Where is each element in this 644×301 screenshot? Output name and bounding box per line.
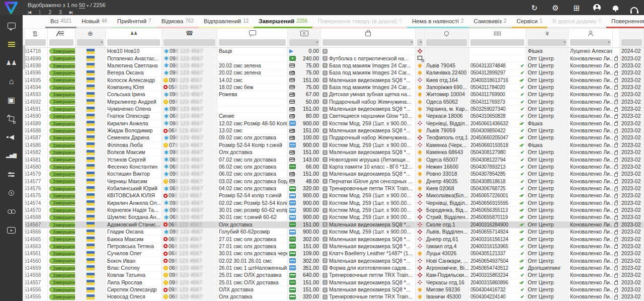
sidebar-item-products[interactable]: ▣ <box>6 95 18 105</box>
filter-input-name[interactable] <box>107 39 160 46</box>
table-row[interactable]: 514716ЗавершенийНов10 Нов10∗098 123 4567… <box>23 48 644 55</box>
column-header-manager[interactable] <box>569 29 613 38</box>
table-row[interactable]: 514589ЗавершенийКирилич Анжела∗098 123 4… <box>23 120 644 127</box>
filter-input-location[interactable] <box>426 39 467 46</box>
page-button-3[interactable]: 3 <box>59 10 62 15</box>
sidebar-item-stats[interactable]: ▂▅▇ <box>6 150 18 161</box>
per-page-dropdown[interactable]: 50 <box>79 2 85 9</box>
tab-всі[interactable]: Всі4521 <box>45 15 76 28</box>
filter-input-ttn[interactable] <box>470 39 524 46</box>
filter-input-locicon[interactable]: ▾ <box>417 39 423 46</box>
filter-input-id[interactable] <box>24 39 46 46</box>
tab-відправлений[interactable]: Відправлений12 <box>199 15 254 28</box>
column-header-locicon[interactable] <box>416 29 425 38</box>
table-row[interactable]: 514575ЗавершенийКВІТОВСЬКА ЮЛІЯ098 123 4… <box>23 192 644 199</box>
table-row[interactable]: 514559ЗавершенийВлас Слотюу068 123 45672… <box>23 265 644 272</box>
notifications-icon[interactable] <box>613 6 618 10</box>
table-row[interactable]: 514594ЗавершенийКомпанец Юля058 123 4567… <box>23 84 644 91</box>
settings-icon[interactable]: ⚙ <box>551 3 560 12</box>
table-row[interactable]: 514558ЗавершенийКовлак Татьяна098 123 45… <box>23 272 644 279</box>
table-row[interactable]: 514574ЗавершенийКирилич Анжела Ол...∗098… <box>23 200 644 207</box>
table-row[interactable]: 514566ЗавершенийГладик Оксана∗098 123 45… <box>23 229 644 236</box>
filter-input-comment[interactable] <box>219 39 286 46</box>
column-header-comment[interactable] <box>217 29 288 38</box>
sidebar-item-info[interactable]: i <box>6 188 18 198</box>
table-row[interactable]: 514580ЗавершенийФесенко Константин∗068 1… <box>23 164 644 171</box>
table-row[interactable]: 514570ЗавершенийКорнелюк Надія Та...∗098… <box>23 207 644 214</box>
vertical-scrollbar[interactable] <box>23 29 25 301</box>
sidebar-item-partners[interactable] <box>6 206 18 217</box>
tab-завершений[interactable]: Завершений2256 <box>254 15 312 28</box>
column-header-flag[interactable]: ⊕ <box>75 29 106 38</box>
filter-input-price[interactable]: ▾ <box>289 39 319 46</box>
column-header-source[interactable]: ⋔ <box>526 29 569 38</box>
tab-прийнятий[interactable]: Прийнятий7 <box>112 15 156 28</box>
table-row[interactable]: 514560ЗавершенийБокоч Иван098 123 456702… <box>23 257 644 264</box>
tab-в-дорозі-додому[interactable]: В дорозі додому0 <box>547 15 606 28</box>
tab-самовивіз[interactable]: Самовивіз2 <box>468 15 511 28</box>
tab-нема-в-наявності[interactable]: Нема в наявності2 <box>407 15 468 28</box>
filter-input-phone[interactable] <box>164 39 215 46</box>
column-header-status[interactable] <box>48 29 75 38</box>
table-row[interactable]: 514598ЗавершенийМалютина Светлана∗098 12… <box>23 62 644 69</box>
table-row[interactable]: 514593ЗавершенийСольська Ірина∗098 123 4… <box>23 91 644 98</box>
column-header-id[interactable]: ID <box>23 29 48 38</box>
column-header-date[interactable] <box>620 29 644 38</box>
table-row[interactable]: 514577ЗавершенийЧерниш Максим098 123 456… <box>23 178 644 185</box>
table-row[interactable]: 514590ЗавершенийГнатюк Олексндр∗068 123 … <box>23 113 644 120</box>
tab-новый[interactable]: Новый46 <box>76 15 112 28</box>
column-header-location[interactable] <box>425 29 469 38</box>
add-window-icon[interactable]: ⊞ <box>572 3 581 12</box>
column-header-lock[interactable] <box>613 29 620 38</box>
table-row[interactable]: 514588ЗавершенийЖидак Володимир068 123 4… <box>23 127 644 134</box>
first-page-button[interactable]: |◀ <box>28 10 31 15</box>
table-row[interactable]: 514557ЗавершенийЛила Ярослав098 123 4567… <box>23 279 644 286</box>
table-row[interactable]: 514556ЗавершенийСиротюк Олександр098 123… <box>23 286 644 293</box>
table-row[interactable]: 514561ЗавершенийСучилов Олег068 123 4567… <box>23 250 644 257</box>
refresh-icon[interactable]: ↻ <box>530 3 539 12</box>
support-icon[interactable] <box>630 7 638 12</box>
table-row[interactable]: 514581ЗавершенийУстинов Сергей∗068 123 4… <box>23 156 644 163</box>
table-row[interactable]: 514567ЗавершенийАдамовский Станис...068 … <box>23 221 644 229</box>
table-row[interactable]: 514555ЗавершенийНовосад Олеся068 123 456… <box>23 293 644 300</box>
table-row[interactable]: 514595ЗавершенийКолосок Александр098 123… <box>23 77 644 84</box>
column-header-ttn[interactable] <box>469 29 526 38</box>
table-row[interactable]: 514563ЗавершенийПетровська Тетяна068 123… <box>23 243 644 250</box>
sidebar-item-shipping[interactable] <box>6 113 18 124</box>
app-logo[interactable] <box>3 1 19 15</box>
filter-input-manager[interactable]: ▾ <box>570 39 611 46</box>
table-row[interactable]: 514568ЗавершенийШумляс Богдана Ан...∗068… <box>23 214 644 221</box>
table-row[interactable]: 514592ЗавершенийМерклингер Андрей098 123… <box>23 99 644 106</box>
column-header-phone[interactable]: ☎ <box>162 29 217 38</box>
last-page-button[interactable]: ▶| <box>69 10 72 15</box>
page-button-2[interactable]: 2 <box>49 10 52 15</box>
filter-input-product[interactable]: ▾ <box>323 39 414 46</box>
table-row[interactable]: 514582ЗавершенийВолков Максим∗098 123 45… <box>23 149 644 156</box>
sidebar-item-warehouse[interactable]: ⌂ <box>6 76 18 87</box>
table-row[interactable]: 514579ЗавершенийКостишин Виктор∗098 123 … <box>23 171 644 178</box>
sidebar-item-dashboard[interactable] <box>6 20 18 31</box>
sidebar-item-marketing[interactable] <box>6 132 18 142</box>
column-header-product[interactable] <box>321 29 416 38</box>
table-row[interactable]: 514586ЗавершенийФіліпова Люба078 123 456… <box>23 142 644 149</box>
tab-повернення-завершений-[interactable]: Повернення (завершений)125 <box>606 15 644 28</box>
column-header-name[interactable]: ♟♟ <box>106 29 162 38</box>
tab-сервіси[interactable]: Сервіси1 <box>512 15 548 28</box>
filter-input-flag[interactable]: ▾ <box>77 39 104 46</box>
sidebar-item-tools[interactable] <box>6 169 18 180</box>
table-row[interactable]: 514565ЗавершенийБаюка Максим068 123 4567… <box>23 236 644 243</box>
scrollbar-thumb[interactable] <box>23 45 25 69</box>
table-row[interactable]: 514596ЗавершенийВегера Оксана∗098 123 45… <box>23 69 644 77</box>
table-row[interactable]: 514591ЗавершенийЧумаченко Олена∗098 123 … <box>23 106 644 113</box>
profile-icon[interactable] <box>593 4 601 12</box>
table-row[interactable]: 514576ЗавершенийКобилинський Юрий∗068 12… <box>23 185 644 192</box>
page-button-1[interactable]: 1 <box>38 10 41 15</box>
sidebar-item-orders[interactable] <box>6 39 18 49</box>
table-row[interactable]: 514599ЗавершенийПотапенко Анастас...∗098… <box>23 55 644 62</box>
tab-відмова[interactable]: Відмова763 <box>156 15 199 28</box>
filter-input-status[interactable] <box>49 39 73 46</box>
table-row[interactable]: 514587ЗавершенийСеменюк Дарина∗098 123 4… <box>23 134 644 141</box>
sidebar-item-video[interactable] <box>6 225 18 236</box>
column-header-price[interactable] <box>288 29 321 38</box>
sidebar-item-customers[interactable]: ♟♟ <box>6 57 18 68</box>
